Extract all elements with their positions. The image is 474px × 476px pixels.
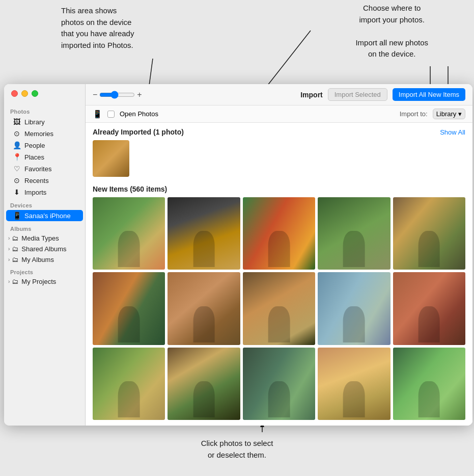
already-imported-title: Already Imported (1 photo) [93,128,184,136]
main-content: − + Import Import Selected Import All Ne… [86,84,472,426]
sidebar-item-imports[interactable]: ⬇ Imports [6,187,83,198]
traffic-lights [11,90,38,97]
sidebar-group-shared-albums[interactable]: › 🗂 Shared Albums [4,244,85,254]
chevron-shared-albums-icon: › [8,246,10,252]
dropdown-icon: ▾ [458,110,462,118]
open-photos-label: Open Photos [120,110,158,118]
callout-top-left: This area shows photos on the device tha… [61,5,134,51]
already-imported-header: Already Imported (1 photo) Show All [93,128,465,136]
new-items-title: New Items (560 items) [93,185,167,193]
already-imported-thumb[interactable] [93,140,129,177]
import-selected-button[interactable]: Import Selected [328,88,387,101]
photo-thumb[interactable] [393,348,465,420]
import-to-select[interactable]: Library ▾ [433,109,465,119]
sidebar: Photos 🖼 Library ⊙ Memories 👤 People 📍 P… [4,84,86,426]
photo-thumb[interactable] [393,272,465,345]
memories-icon: ⊙ [12,129,21,138]
maximize-button[interactable] [32,90,38,97]
my-albums-icon: 🗂 [12,256,18,263]
chevron-my-projects-icon: › [8,279,10,284]
sidebar-item-favorites[interactable]: ♡ Favorites [6,163,83,174]
sidebar-item-memories[interactable]: ⊙ Memories [6,128,83,139]
people-icon: 👤 [12,141,21,149]
app-window: Photos 🖼 Library ⊙ Memories 👤 People 📍 P… [4,84,472,426]
my-projects-icon: 🗂 [12,278,18,285]
import-all-button[interactable]: Import All New Items [393,88,465,101]
sidebar-section-albums: Albums [4,222,85,233]
import-label: Import [300,91,323,99]
toolbar: − + Import Import Selected Import All Ne… [86,84,472,105]
chevron-media-types-icon: › [8,235,10,241]
sidebar-section-devices: Devices [4,198,85,209]
iphone-icon: 📱 [12,211,21,220]
library-icon: 🖼 [12,118,21,126]
photo-thumb[interactable] [393,197,465,270]
recents-icon: ⊙ [12,176,21,184]
zoom-control: − + [93,90,142,99]
device-icon: 📱 [93,110,102,119]
photo-thumb[interactable] [243,348,315,420]
photo-area: Already Imported (1 photo) Show All New … [86,123,472,426]
places-icon: 📍 [12,153,21,161]
close-button[interactable] [11,90,18,97]
photo-thumb[interactable] [93,272,165,345]
sidebar-section-projects: Projects [4,265,85,276]
photo-thumb[interactable] [318,348,390,420]
photo-thumb[interactable] [318,197,390,270]
chevron-my-albums-icon: › [8,257,10,262]
sidebar-group-my-albums[interactable]: › 🗂 My Albums [4,254,85,265]
sidebar-item-recents[interactable]: ⊙ Recents [6,175,83,186]
photo-thumb[interactable] [168,272,240,345]
import-bar: 📱 Open Photos Import to: Library ▾ [86,105,472,123]
photo-thumb[interactable] [168,348,240,420]
favorites-icon: ♡ [12,165,21,173]
photo-thumb[interactable] [243,272,315,345]
open-photos-checkbox[interactable] [107,111,115,118]
photo-thumb[interactable] [318,272,390,345]
photo-thumb[interactable] [168,197,240,270]
photo-thumb[interactable] [93,348,165,420]
zoom-minus[interactable]: − [93,90,97,99]
sidebar-section-photos: Photos [4,104,85,116]
show-all-link[interactable]: Show All [440,128,465,136]
folder-icon: 🗂 [12,234,18,242]
zoom-slider[interactable] [99,91,135,99]
sidebar-group-my-projects[interactable]: › 🗂 My Projects [4,276,85,287]
photo-thumb[interactable] [243,197,315,270]
new-items-header: New Items (560 items) [93,185,465,193]
sidebar-item-library[interactable]: 🖼 Library [6,116,83,127]
imports-icon: ⬇ [12,188,21,196]
sidebar-item-iphone[interactable]: 📱 Sanaa's iPhone [6,210,83,221]
import-to-label: Import to: [400,110,428,118]
shared-folder-icon: 🗂 [12,245,18,253]
bottom-callout: Click photos to select or deselect them. [201,438,273,461]
new-items-grid [93,197,465,420]
sidebar-item-places[interactable]: 📍 Places [6,151,83,163]
sidebar-group-media-types[interactable]: › 🗂 Media Types [4,233,85,244]
sidebar-item-people[interactable]: 👤 People [6,140,83,151]
zoom-plus[interactable]: + [137,90,142,99]
already-imported-grid [93,140,465,177]
minimize-button[interactable] [21,90,28,97]
photo-thumb[interactable] [93,197,165,270]
callout-top-right: Choose where to import your photos. Impo… [355,3,428,60]
